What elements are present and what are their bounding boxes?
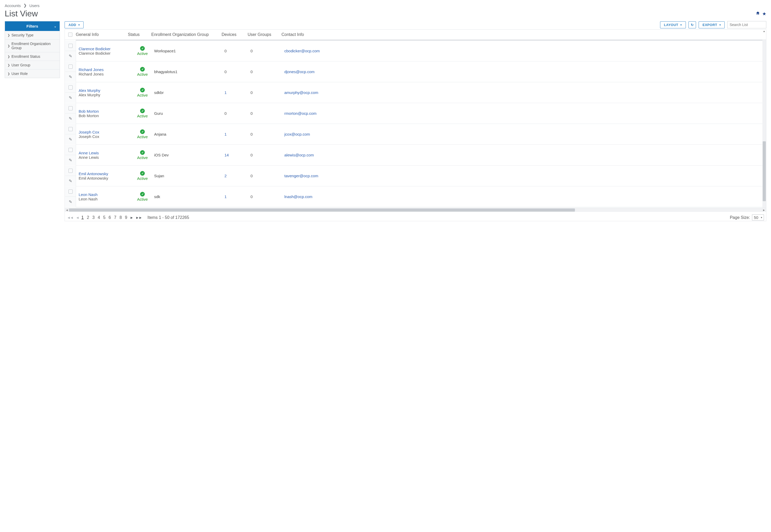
col-status[interactable]: Status (128, 32, 151, 37)
pager: ◄◄ ◄ 123456789 ► ►► Items 1 - 50 of 1722… (65, 212, 766, 221)
refresh-button[interactable]: ↻ (688, 21, 696, 28)
row-checkbox[interactable] (68, 106, 73, 110)
row-checkbox[interactable] (68, 169, 73, 173)
contact-email-link[interactable]: djones@ocp.com (284, 69, 764, 74)
user-display-name-link[interactable]: Emil Antonowsky (79, 172, 131, 176)
horizontal-scrollbar[interactable]: ◄ ► (65, 208, 766, 212)
user-display-name-link[interactable]: Alex Murphy (79, 88, 131, 93)
table-row: ✎Clarence BodickerClarence Bodicker✓Acti… (76, 41, 766, 61)
edit-icon[interactable]: ✎ (69, 95, 72, 100)
page-size-label: Page Size: (730, 215, 750, 220)
add-button[interactable]: ADD ▾ (65, 21, 84, 28)
contact-email-link[interactable]: rmorton@ocp.com (284, 111, 764, 116)
contact-email-link[interactable]: cbodicker@ocp.com (284, 49, 764, 53)
filter-item[interactable]: ❯Enrollment Organization Group (5, 39, 60, 52)
home-icon[interactable] (756, 11, 760, 17)
user-display-name-link[interactable]: Leon Nash (79, 192, 131, 197)
status-label: Active (137, 114, 148, 118)
pager-page[interactable]: 1 (81, 215, 84, 220)
devices-cell[interactable]: 1 (224, 194, 250, 199)
scrollbar-thumb[interactable] (69, 208, 575, 212)
pager-first-icon: ◄◄ (67, 216, 73, 220)
layout-button[interactable]: LAYOUT ▾ (660, 21, 686, 28)
chevron-down-icon: ▾ (719, 23, 721, 26)
table-row: ✎Bob MortonBob Morton✓ActiveGuru00rmorto… (76, 103, 766, 124)
filter-item[interactable]: ❯User Group (5, 61, 60, 69)
scroll-right-arrow-icon[interactable]: ► (762, 208, 766, 212)
filters-label: Filters (26, 24, 38, 28)
export-button[interactable]: EXPORT ▾ (699, 21, 725, 28)
devices-cell: 0 (224, 49, 250, 53)
edit-icon[interactable]: ✎ (69, 158, 72, 163)
search-input[interactable] (727, 21, 766, 28)
col-org-group[interactable]: Enrollment Organization Group (151, 32, 221, 37)
edit-icon[interactable]: ✎ (69, 54, 72, 59)
scroll-up-arrow-icon[interactable]: ▲ (762, 30, 766, 33)
row-checkbox[interactable] (68, 65, 73, 69)
breadcrumb-accounts[interactable]: Accounts (5, 3, 21, 8)
col-general-info[interactable]: General Info (76, 32, 128, 37)
pager-page[interactable]: 7 (114, 215, 116, 220)
add-button-label: ADD (68, 23, 76, 27)
row-checkbox[interactable] (68, 189, 73, 194)
row-checkbox[interactable] (68, 44, 73, 48)
contact-email-link[interactable]: lnash@ocp.com (284, 194, 764, 199)
chevron-down-icon: ▾ (78, 23, 80, 26)
contact-email-link[interactable]: amurphy@ocp.com (284, 90, 764, 95)
devices-cell[interactable]: 2 (224, 174, 250, 178)
filters-header[interactable]: Filters ⌄ (5, 21, 60, 31)
edit-icon[interactable]: ✎ (69, 116, 72, 121)
devices-cell[interactable]: 14 (224, 153, 250, 157)
edit-icon[interactable]: ✎ (69, 137, 72, 142)
pager-page[interactable]: 2 (87, 215, 89, 220)
filter-item[interactable]: ❯Enrollment Status (5, 52, 60, 61)
status-label: Active (137, 155, 148, 160)
filter-item[interactable]: ❯User Role (5, 69, 60, 78)
pager-last-icon[interactable]: ►► (136, 216, 142, 220)
user-username: Bob Morton (79, 113, 131, 118)
col-user-groups[interactable]: User Groups (248, 32, 281, 37)
edit-icon[interactable]: ✎ (69, 74, 72, 79)
filter-item[interactable]: ❯Security Type (5, 31, 60, 39)
page-size-select[interactable]: 50 ▾ (752, 214, 764, 220)
scroll-left-arrow-icon[interactable]: ◄ (65, 208, 69, 212)
contact-email-link[interactable]: jcox@ocp.com (284, 132, 764, 136)
scrollbar-thumb[interactable] (763, 141, 766, 201)
contact-email-link[interactable]: alewis@ocp.com (284, 153, 764, 157)
devices-cell: 0 (224, 69, 250, 74)
user-display-name-link[interactable]: Joseph Cox (79, 130, 131, 134)
pager-page[interactable]: 3 (92, 215, 94, 220)
contact-email-link[interactable]: tavenger@ocp.com (284, 174, 764, 178)
pager-next-icon[interactable]: ► (130, 216, 133, 220)
row-checkbox[interactable] (68, 85, 73, 90)
vertical-scrollbar[interactable] (762, 40, 766, 208)
status-active-icon: ✓ (140, 46, 145, 51)
user-groups-cell: 0 (250, 69, 284, 74)
layout-button-label: LAYOUT (664, 23, 678, 27)
user-username: Alex Murphy (79, 93, 131, 97)
pager-page[interactable]: 5 (103, 215, 105, 220)
row-checkbox[interactable] (68, 127, 73, 131)
edit-icon[interactable]: ✎ (69, 179, 72, 183)
pager-page[interactable]: 8 (119, 215, 122, 220)
col-devices[interactable]: Devices (221, 32, 248, 37)
user-display-name-link[interactable]: Richard Jones (79, 67, 131, 72)
status-active-icon: ✓ (140, 88, 145, 92)
pager-page[interactable]: 9 (125, 215, 127, 220)
devices-cell[interactable]: 1 (224, 90, 250, 95)
row-checkbox[interactable] (68, 148, 73, 152)
devices-cell[interactable]: 1 (224, 132, 250, 136)
select-all-checkbox[interactable] (68, 33, 72, 37)
pager-page[interactable]: 4 (98, 215, 100, 220)
user-display-name-link[interactable]: Bob Morton (79, 109, 131, 113)
pager-page[interactable]: 6 (109, 215, 111, 220)
user-display-name-link[interactable]: Clarence Bodicker (79, 47, 131, 51)
user-groups-cell: 0 (250, 111, 284, 116)
status-label: Active (137, 135, 148, 139)
devices-cell: 0 (224, 111, 250, 116)
edit-icon[interactable]: ✎ (69, 199, 72, 204)
breadcrumb-users[interactable]: Users (29, 3, 40, 8)
user-display-name-link[interactable]: Anne Lewis (79, 151, 131, 155)
col-contact-info[interactable]: Contact Info (281, 32, 764, 37)
star-icon[interactable]: ★ (762, 11, 766, 17)
